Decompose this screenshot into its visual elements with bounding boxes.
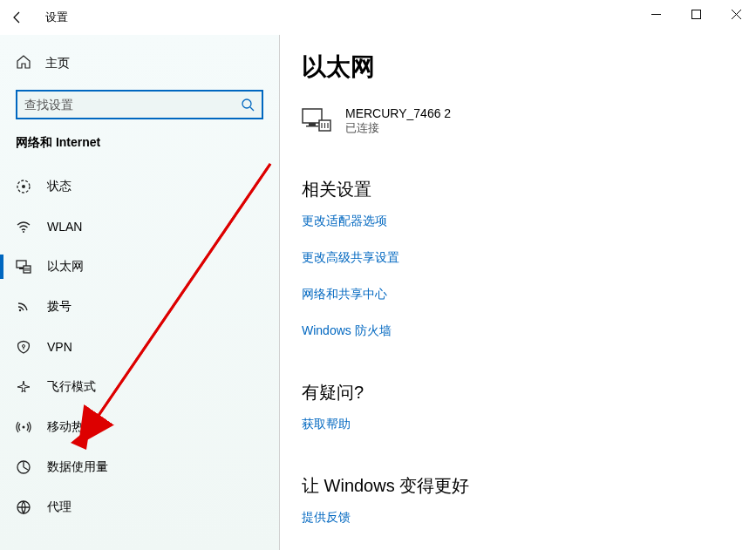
close-icon	[732, 10, 741, 19]
window-title: 设置	[45, 10, 68, 25]
ethernet-icon	[16, 259, 31, 275]
maximize-button[interactable]	[676, 0, 716, 28]
home-button[interactable]: 主页	[0, 47, 279, 79]
feedback-title: 让 Windows 变得更好	[302, 474, 733, 498]
divider	[279, 35, 280, 550]
sidebar-item-label: 状态	[47, 179, 72, 194]
arrow-left-icon	[10, 10, 24, 24]
svg-point-10	[23, 426, 25, 429]
sidebar-item-label: WLAN	[47, 220, 82, 234]
minimize-icon	[651, 10, 661, 19]
home-label: 主页	[45, 56, 70, 71]
related-link-2[interactable]: 网络和共享中心	[302, 287, 733, 302]
sidebar-item-label: 拨号	[47, 299, 72, 315]
hotspot-icon	[16, 419, 31, 435]
wifi-icon	[16, 219, 31, 234]
data-icon	[16, 459, 31, 475]
svg-rect-6	[19, 268, 24, 269]
sidebar-item-label: 代理	[47, 499, 72, 515]
sidebar-item-status[interactable]: 状态	[0, 166, 279, 207]
dialup-icon	[16, 299, 31, 315]
related-settings-title: 相关设置	[302, 178, 733, 201]
svg-point-9	[23, 345, 25, 348]
sidebar-item-dialup[interactable]: 拨号	[0, 287, 279, 327]
svg-rect-0	[691, 10, 700, 18]
search-input[interactable]	[24, 98, 241, 112]
category-header: 网络和 Internet	[0, 135, 279, 166]
sidebar-item-label: 飞行模式	[47, 379, 96, 395]
minimize-button[interactable]	[636, 0, 676, 28]
sidebar-item-label: VPN	[47, 340, 72, 354]
sidebar-item-vpn[interactable]: VPN	[0, 327, 279, 367]
ethernet-network-icon	[302, 108, 331, 134]
content-area: 以太网 MERCURY_7466 2 已连接 相关设置 更改适配器选项更改高级共…	[279, 35, 756, 550]
status-icon	[16, 179, 31, 194]
proxy-icon	[16, 499, 31, 515]
search-box[interactable]	[16, 90, 263, 119]
sidebar-item-wifi[interactable]: WLAN	[0, 207, 279, 247]
sidebar-item-airplane[interactable]: 飞行模式	[0, 367, 279, 407]
related-link-3[interactable]: Windows 防火墙	[302, 323, 733, 339]
sidebar: 主页 网络和 Internet 状态WLAN以太网拨号VPN飞行模式移动热点数据…	[0, 35, 279, 550]
feedback-link[interactable]: 提供反馈	[302, 510, 733, 526]
svg-rect-15	[306, 126, 318, 127]
titlebar: 设置	[0, 0, 756, 35]
close-button[interactable]	[716, 0, 756, 28]
sidebar-item-ethernet[interactable]: 以太网	[0, 247, 279, 287]
sidebar-item-data[interactable]: 数据使用量	[0, 447, 279, 487]
sidebar-item-hotspot[interactable]: 移动热点	[0, 407, 279, 447]
svg-point-8	[19, 309, 21, 311]
vpn-icon	[16, 339, 31, 355]
network-status: 已连接	[345, 120, 451, 136]
related-link-0[interactable]: 更改适配器选项	[302, 214, 733, 229]
get-help-link[interactable]: 获取帮助	[302, 417, 733, 432]
sidebar-item-label: 以太网	[47, 259, 84, 275]
svg-rect-14	[309, 123, 316, 126]
sidebar-item-proxy[interactable]: 代理	[0, 487, 279, 527]
maximize-icon	[691, 10, 701, 19]
help-title: 有疑问?	[302, 381, 733, 404]
sidebar-item-label: 移动热点	[47, 419, 96, 435]
airplane-icon	[16, 379, 31, 395]
svg-point-3	[22, 185, 25, 188]
search-icon	[241, 98, 255, 112]
home-icon	[16, 54, 31, 72]
svg-point-4	[23, 231, 24, 233]
network-name: MERCURY_7466 2	[345, 106, 451, 120]
sidebar-item-label: 数据使用量	[47, 459, 108, 475]
page-title: 以太网	[302, 51, 733, 84]
network-item[interactable]: MERCURY_7466 2 已连接	[302, 106, 733, 136]
related-link-1[interactable]: 更改高级共享设置	[302, 250, 733, 266]
window-controls	[636, 0, 756, 28]
svg-point-1	[242, 99, 251, 108]
back-button[interactable]	[0, 0, 35, 35]
